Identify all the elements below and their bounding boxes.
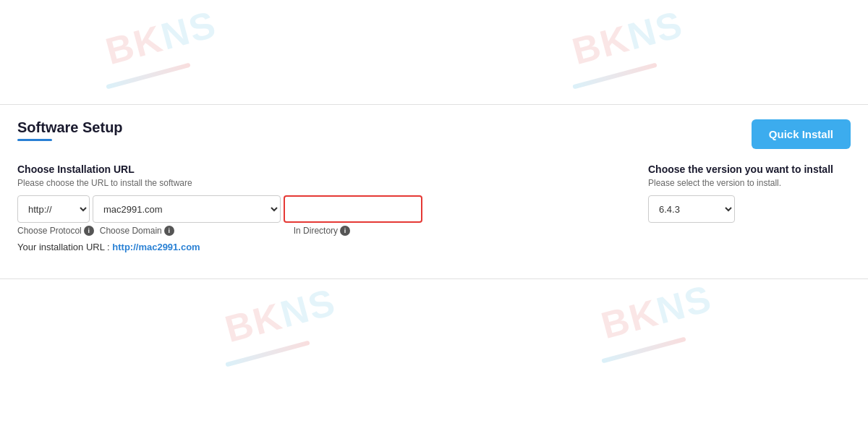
watermark-line-2 (572, 63, 657, 90)
setup-header: Software Setup Quick Install (17, 119, 851, 149)
installation-url-sublabel: Please choose the URL to install the sof… (17, 178, 605, 188)
directory-info-icon[interactable]: i (340, 226, 350, 236)
domain-label: Choose Domain i (100, 226, 288, 236)
watermark-line-3 (225, 341, 310, 367)
domain-info-icon[interactable]: i (164, 226, 174, 236)
title-area: Software Setup (17, 119, 123, 141)
input-labels-row: Choose Protocol i Choose Domain i In Dir… (17, 226, 605, 236)
title-underline (17, 139, 52, 141)
bottom-watermark-section: BKNS BKNS (0, 279, 868, 406)
protocol-label: Choose Protocol i (17, 226, 94, 236)
url-version-section: Choose Installation URL Please choose th… (17, 163, 851, 252)
version-label: Choose the version you want to install (648, 163, 851, 175)
software-setup-section: Software Setup Quick Install Choose Inst… (0, 105, 868, 279)
domain-select[interactable]: mac2991.com (93, 195, 281, 223)
watermark-1: BKNS (101, 2, 221, 73)
watermark-2: BKNS (568, 2, 688, 73)
page-title: Software Setup (17, 119, 123, 136)
watermark-line-4 (601, 337, 686, 364)
url-inputs-row: http:// https:// mac2991.com (17, 195, 605, 223)
quick-install-button[interactable]: Quick Install (752, 119, 851, 149)
installation-url-label: Choose Installation URL (17, 163, 605, 175)
installation-url-area: Choose Installation URL Please choose th… (17, 163, 605, 252)
watermark-4: BKNS (597, 276, 717, 347)
installation-url-link[interactable]: http://mac2991.com (112, 242, 200, 252)
version-sublabel: Please select the version to install. (648, 178, 851, 188)
version-area: Choose the version you want to install P… (648, 163, 851, 252)
version-select[interactable]: 6.4.3 6.4.2 6.4.1 6.4.0 (648, 195, 735, 223)
directory-label: In Directory i (294, 226, 388, 236)
top-watermark-section: BKNS BKNS (0, 0, 868, 105)
watermark-3: BKNS (221, 280, 341, 351)
installation-url-result: Your installation URL : http://mac2991.c… (17, 242, 605, 252)
watermark-line-1 (106, 63, 190, 90)
directory-input[interactable] (284, 195, 422, 223)
protocol-select[interactable]: http:// https:// (17, 195, 90, 223)
protocol-info-icon[interactable]: i (84, 226, 94, 236)
